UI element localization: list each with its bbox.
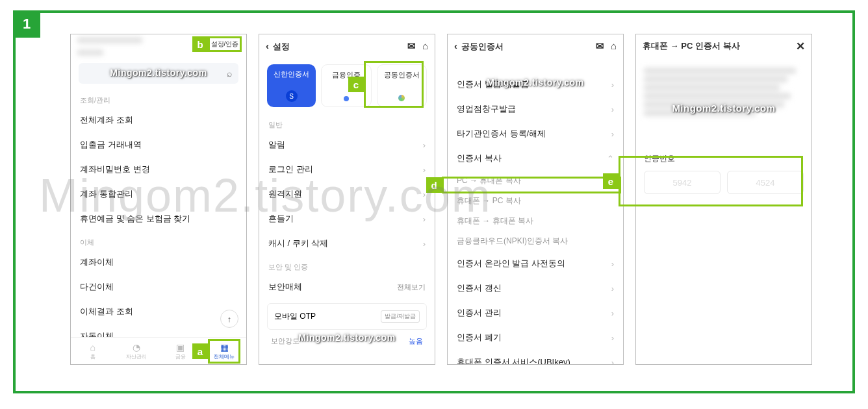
section-label: 이체 [71,231,246,250]
menu-sub-item[interactable]: 휴대폰 → 휴대폰 복사 [448,211,623,231]
asset-icon: ◔ [133,342,140,353]
menu-item[interactable]: 영업점창구발급› [448,97,623,121]
menu-item[interactable]: 휴대폰 인증서 서비스(UBIkey)› [448,350,623,365]
menu-item[interactable]: 인증서 갱신› [448,276,623,301]
annotation-d: d [426,177,621,193]
home-icon[interactable]: ⌂ [422,40,428,52]
menu-sub-item[interactable]: 금융클라우드(NPKI)인증서 복사 [448,231,623,251]
chevron-right-icon: › [423,239,426,249]
chevron-right-icon: › [611,129,614,139]
chat-icon[interactable]: ✉ [596,40,604,52]
menu-item[interactable]: 계좌이체 [71,250,246,275]
otp-badge: 발급/재발급 [381,310,420,323]
menu-item[interactable]: 인증서 온라인 발급 사전동의› [448,251,623,276]
phone-3: ‹공동인증서 ✉⌂ 인증서 발급/재발급› Mingom2.tistory.co… [447,34,624,365]
chevron-right-icon: › [611,358,614,366]
menu-sub-item[interactable]: 휴대폰 → PC 복사 [448,191,623,211]
phone4-header: 휴대폰 → PC 인증서 복사 ✕ [636,34,811,58]
menu-item[interactable]: 입출금 거래내역 [71,132,246,157]
menu-item[interactable]: 계좌 통합관리 [71,182,246,206]
cert-tab-shinhan[interactable]: 신한인증서 S [267,64,316,107]
close-icon[interactable]: ✕ [796,40,805,53]
cert-icon: S [286,90,298,102]
menu-item[interactable]: 인증서 발급/재발급› Mingom2.tistory.com [448,72,623,97]
back-icon[interactable]: ‹ [454,40,457,51]
menu-item[interactable]: 타기관인증서 등록/해제› [448,121,623,146]
menu-item[interactable]: 보안매체전체보기 [259,275,435,299]
annotation-b: b 설정/인증 [192,36,242,52]
section-label: 보안 및 인증 [259,256,435,275]
step-number-badge: 1 [13,10,40,38]
menu-item[interactable]: 캐시 / 쿠키 삭제› [259,231,435,256]
chevron-right-icon: › [611,333,614,343]
menu-item[interactable]: 알림› [259,132,435,157]
chevron-right-icon: › [611,105,614,114]
phone-1: Mingom2.tistory.com ⌕ 조회/관리 전체계좌 조회 입출금 … [70,34,247,365]
chevron-right-icon: › [423,165,426,175]
nav-home[interactable]: ⌂홈 [71,338,115,364]
search-input[interactable]: Mingom2.tistory.com ⌕ [79,63,238,84]
menu-item[interactable]: 인증서 관리› [448,301,623,325]
chevron-right-icon: › [423,190,426,199]
watermark: Mingom2.tistory.com [79,68,238,78]
menu-item-expand[interactable]: 인증서 복사⌃ [448,146,623,171]
nav-asset[interactable]: ◔자산관리 [115,338,159,364]
otp-row[interactable]: 모바일 OTP 발급/재발급 [267,303,427,330]
menu-item[interactable]: 인증서 폐기› [448,325,623,350]
annotation-c: c [348,61,424,108]
annotation-a: a [192,339,240,364]
chevron-right-icon: › [423,214,426,224]
phone3-header: ‹공동인증서 ✉⌂ [448,34,623,58]
chevron-right-icon: › [611,284,614,293]
chevron-right-icon: › [611,308,614,318]
menu-item[interactable]: 전체계좌 조회 [71,108,246,132]
search-icon: ⌕ [227,68,232,79]
phone2-header: ‹설정 ✉⌂ [259,34,435,58]
page-title: 휴대폰 → PC 인증서 복사 [643,40,740,52]
page-title: 설정 [273,42,290,51]
menu-item[interactable]: 다건이체 [71,275,246,299]
chevron-right-icon: › [423,140,426,150]
section-label: 조회/관리 [71,89,246,108]
menu-item[interactable]: 계좌비밀번호 변경 [71,157,246,182]
chat-icon[interactable]: ✉ [407,40,416,52]
chevron-right-icon: › [611,80,614,90]
menu-item[interactable]: 로그인 관리› [259,157,435,182]
menu-item[interactable]: 휴면예금 및 숨은 보험금 찾기 [71,206,246,231]
annotation-e: e [603,156,803,206]
chevron-right-icon: › [611,259,614,269]
finance-icon: ▣ [176,342,185,353]
back-icon[interactable]: ‹ [266,40,269,51]
menu-item[interactable]: 원격지원› [259,182,435,206]
page-title: 공동인증서 [461,42,504,51]
home-icon: ⌂ [90,342,96,353]
settings-auth-button[interactable]: 설정/인증 [208,36,242,52]
home-icon[interactable]: ⌂ [611,40,617,52]
menu-item[interactable]: 흔들기› [259,206,435,231]
scroll-top-button[interactable]: ↑ [220,310,238,328]
section-label: 일반 [259,114,435,132]
